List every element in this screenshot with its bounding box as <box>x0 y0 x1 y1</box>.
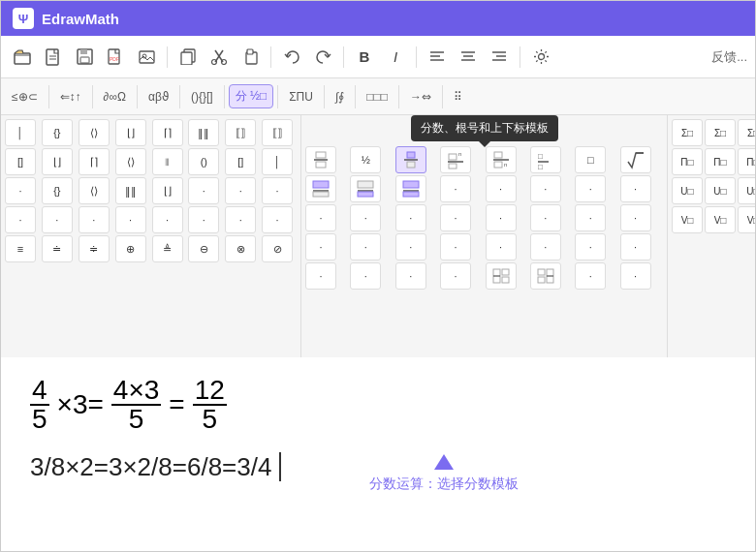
frac-btn-r4-7[interactable]: · <box>575 233 606 261</box>
sym-btn[interactable]: {} <box>42 177 73 204</box>
frac-btn-r2-1[interactable] <box>305 175 336 202</box>
sym-group-operators[interactable]: ≤⊕⊂ <box>5 86 45 107</box>
sym-btn[interactable]: () <box>188 148 219 175</box>
undo-button[interactable] <box>278 44 305 71</box>
new-button[interactable] <box>40 44 67 71</box>
sym-group-greekl[interactable]: ∂∞Ω <box>97 86 133 107</box>
frac-btn-r4-1[interactable]: · <box>305 233 336 261</box>
bold-button[interactable]: B <box>351 44 378 71</box>
sym-btn[interactable]: · <box>5 206 36 233</box>
frac-btn-r2-2[interactable] <box>350 175 381 202</box>
sym-group-misc[interactable]: ⠿ <box>447 86 469 107</box>
sym-group-brackets[interactable]: (){}[] <box>184 86 220 107</box>
frac-btn-template[interactable] <box>395 146 426 173</box>
sym-group-integrals[interactable]: ∫∮ <box>329 86 351 107</box>
sym-group-sigma[interactable]: ΣΠU <box>282 86 320 107</box>
right-btn-pi3[interactable]: Π□ <box>738 148 755 175</box>
sym-btn[interactable]: ⌈⌉ <box>152 119 183 146</box>
align-left-button[interactable] <box>424 44 451 71</box>
sym-btn[interactable]: ⟦⟧ <box>225 119 256 146</box>
frac-btn-r3-2[interactable]: · <box>350 204 381 231</box>
frac-btn-r5-6[interactable] <box>530 262 561 290</box>
sym-btn[interactable]: ⟨⟩ <box>115 148 146 175</box>
frac-btn-half[interactable]: ½ <box>350 146 381 173</box>
frac-btn-r4-8[interactable]: · <box>620 233 651 261</box>
sym-btn[interactable]: ⌈⌉ <box>79 148 110 175</box>
right-btn-v2[interactable]: V□ <box>705 206 736 233</box>
frac-btn-r2-6[interactable]: · <box>530 175 561 202</box>
sym-btn[interactable]: · <box>225 206 256 233</box>
frac-btn-r2-8[interactable]: · <box>620 175 651 202</box>
export-img-button[interactable] <box>133 44 160 71</box>
frac-btn-r2-5[interactable]: · <box>486 175 517 202</box>
right-btn-pi2[interactable]: Π□ <box>705 148 736 175</box>
sym-btn[interactable]: │ <box>5 119 36 146</box>
frac-btn-r4-3[interactable]: · <box>395 233 426 261</box>
sym-btn[interactable]: ‖‖ <box>188 119 219 146</box>
frac-btn-r5-3[interactable]: · <box>395 262 426 290</box>
feedback-button[interactable]: 反馈... <box>711 48 747 66</box>
sym-btn[interactable]: ⌊⌋ <box>115 119 146 146</box>
sym-group-greeku[interactable]: αβϑ <box>142 86 175 107</box>
sym-btn[interactable]: · <box>115 206 146 233</box>
sym-group-fractions[interactable]: 分 ½□ <box>229 84 274 108</box>
sym-btn[interactable]: · <box>5 177 36 204</box>
frac-btn-r2-3[interactable] <box>395 175 426 202</box>
right-btn-sigma2[interactable]: Σ□ <box>705 119 736 146</box>
sym-btn[interactable]: │ <box>262 148 293 175</box>
frac-btn-r3-4[interactable]: · <box>440 204 471 231</box>
open-button[interactable] <box>9 44 36 71</box>
frac-btn-r2-4[interactable]: · <box>440 175 471 202</box>
frac-btn-r4-5[interactable]: · <box>486 233 517 261</box>
frac-btn-square[interactable]: □ <box>575 146 606 173</box>
sym-btn[interactable]: ≡ <box>5 235 36 262</box>
sym-group-geometry[interactable]: □□□ <box>360 86 394 107</box>
sym-btn[interactable]: · <box>262 206 293 233</box>
sym-btn[interactable]: ⊗ <box>225 235 256 262</box>
sym-btn[interactable]: ≐ <box>42 235 73 262</box>
sym-btn[interactable]: ≜ <box>152 235 183 262</box>
sym-group-arrows2[interactable]: →⇔ <box>403 86 438 107</box>
frac-btn-r3-6[interactable]: · <box>530 204 561 231</box>
sym-btn[interactable]: [] <box>225 148 256 175</box>
sym-btn[interactable]: · <box>152 206 183 233</box>
sym-btn[interactable]: ⟨⟩ <box>79 177 110 204</box>
align-right-button[interactable] <box>486 44 513 71</box>
redo-button[interactable] <box>309 44 336 71</box>
frac-btn-supbar[interactable]: □□ <box>530 146 561 173</box>
frac-btn-r4-2[interactable]: · <box>350 233 381 261</box>
right-btn-u1[interactable]: U□ <box>672 177 703 204</box>
frac-btn-r3-5[interactable]: · <box>486 204 517 231</box>
sym-btn[interactable]: ≑ <box>79 235 110 262</box>
frac-btn-r3-3[interactable]: · <box>395 204 426 231</box>
save-button[interactable] <box>71 44 98 71</box>
sym-btn[interactable]: · <box>188 206 219 233</box>
frac-btn-r5-5[interactable] <box>486 262 517 290</box>
right-btn-sigma3[interactable]: Σ□ <box>738 119 755 146</box>
right-btn-u3[interactable]: U□ <box>738 177 755 204</box>
frac-btn-r2-7[interactable]: · <box>575 175 606 202</box>
sym-btn[interactable]: ⊖ <box>188 235 219 262</box>
sym-btn[interactable]: · <box>42 206 73 233</box>
frac-btn-exp[interactable]: n <box>440 146 471 173</box>
frac-btn-r5-2[interactable]: · <box>350 262 381 290</box>
settings-button[interactable] <box>527 44 554 71</box>
cut-button[interactable] <box>205 44 233 71</box>
sym-btn[interactable]: · <box>262 177 293 204</box>
frac-btn-r5-4[interactable]: · <box>440 262 471 290</box>
frac-btn-r5-8[interactable]: · <box>620 262 651 290</box>
sym-btn[interactable]: ⌊⌋ <box>42 148 73 175</box>
sym-btn[interactable]: [] <box>5 148 36 175</box>
frac-btn-sqrt[interactable] <box>620 146 651 173</box>
copy-button[interactable] <box>174 44 202 71</box>
frac-btn-r4-4[interactable]: · <box>440 233 471 261</box>
frac-btn-sub[interactable]: n <box>486 146 517 173</box>
paste-button[interactable] <box>236 44 264 71</box>
frac-btn-r3-8[interactable]: · <box>620 204 651 231</box>
italic-button[interactable]: I <box>382 44 409 71</box>
right-btn-v1[interactable]: V□ <box>672 206 703 233</box>
frac-btn-r5-1[interactable]: · <box>305 262 336 290</box>
sym-btn[interactable]: ⊘ <box>262 235 293 262</box>
sym-btn[interactable]: ⟦⟧ <box>262 119 293 146</box>
sym-btn[interactable]: ⦀ <box>152 148 183 175</box>
